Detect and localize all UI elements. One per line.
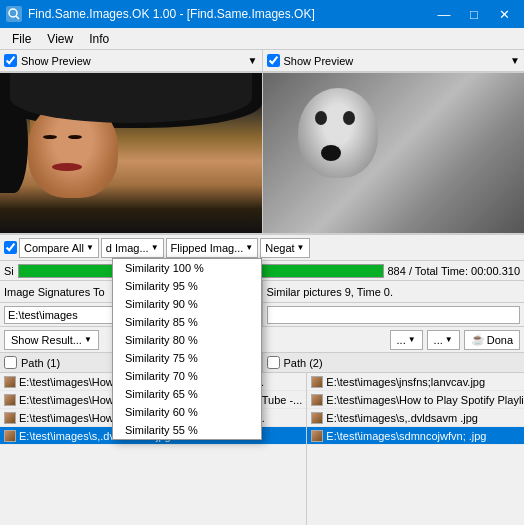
similarity-60[interactable]: Similarity 60 % (113, 403, 261, 421)
flipped-images-caret: ▼ (245, 243, 253, 252)
show-results-label: Show Result... (11, 334, 82, 346)
right-preview-panel: Show Preview ▼ (263, 50, 525, 234)
folder-right (263, 303, 525, 326)
similarity-55[interactable]: Similarity 55 % (113, 421, 261, 439)
info-row: Image Signatures To Similar pictures 9, … (0, 281, 524, 303)
file-icon-2b (311, 394, 323, 406)
col2-header: Path (2) (263, 353, 525, 372)
left-preview-checkbox[interactable] (4, 54, 17, 67)
right-action-group: ... ▼ ... ▼ ☕ Dona (390, 330, 520, 350)
list-item[interactable]: E:\test\images\How to Play Spotify Playl… (307, 391, 524, 409)
show-results-button[interactable]: Show Result... ▼ (4, 330, 99, 350)
left-preview-header: Show Preview ▼ (0, 50, 262, 72)
similarity-85[interactable]: Similarity 85 % (113, 313, 261, 331)
negative-images-label: Negat (265, 242, 294, 254)
right-preview-checkbox[interactable] (267, 54, 280, 67)
title-bar: Find.Same.Images.OK 1.00 - [Find.Same.Im… (0, 0, 524, 28)
col1-checkbox[interactable] (4, 356, 17, 369)
right-preview-dropdown-icon[interactable]: ▼ (510, 55, 520, 66)
preview-area: Show Preview ▼ (0, 50, 524, 235)
right-ellipsis-btn[interactable]: ... ▼ (427, 330, 460, 350)
col2-checkbox[interactable] (267, 356, 280, 369)
menu-bar: File View Info (0, 28, 524, 50)
similarity-65[interactable]: Similarity 65 % (113, 385, 261, 403)
file-icon-4a (4, 430, 16, 442)
compare-all-caret: ▼ (86, 243, 94, 252)
list-item[interactable]: E:\test\images\jnsfns;lanvcav.jpg (307, 373, 524, 391)
compare-all-checkbox[interactable] (4, 241, 17, 254)
path-1b: E:\test\images\jnsfns;lanvcav.jpg (326, 376, 485, 388)
left-ellipsis-label: ... (397, 334, 406, 346)
right-ellipsis-label: ... (434, 334, 443, 346)
find-images-caret: ▼ (151, 243, 159, 252)
menu-view[interactable]: View (39, 30, 81, 48)
file-icon-1a (4, 376, 16, 388)
flipped-images-label: Flipped Imag... (171, 242, 244, 254)
menu-file[interactable]: File (4, 30, 39, 48)
action-row: Show Result... ▼ ... ▼ ... ▼ ☕ Dona (0, 327, 524, 353)
folder-row (0, 303, 524, 327)
similarity-95[interactable]: Similarity 95 % (113, 277, 261, 295)
similarity-90[interactable]: Similarity 90 % (113, 295, 261, 313)
results-header: Path (1) Path (2) (0, 353, 524, 373)
left-preview-image (0, 72, 262, 234)
file-icon-3b (311, 412, 323, 424)
info-right-label: Similar pictures 9, Time 0. (267, 286, 394, 298)
svg-point-0 (9, 9, 17, 17)
donate-icon: ☕ (471, 333, 485, 346)
svg-line-1 (16, 16, 19, 19)
right-preview-label: Show Preview (284, 55, 511, 67)
show-results-caret: ▼ (84, 335, 92, 344)
list-item-selected[interactable]: E:\test\images\sdmncojwfvn; .jpg (307, 427, 524, 445)
status-right: 884 / Total Time: 00:00.310 (388, 265, 521, 277)
find-images-dropdown[interactable]: d Imag... ▼ (101, 238, 164, 258)
file-icon-4b (311, 430, 323, 442)
similarity-dropdown: Similarity 100 % Similarity 95 % Similar… (112, 258, 262, 440)
left-ellipsis-btn[interactable]: ... ▼ (390, 330, 423, 350)
similarity-100[interactable]: Similarity 100 % (113, 259, 261, 277)
left-preview-label: Show Preview (21, 55, 248, 67)
ghost-image (263, 73, 525, 233)
menu-info[interactable]: Info (81, 30, 117, 48)
find-images-label: d Imag... (106, 242, 149, 254)
results-list: E:\test\images\How to Download Uber Invo… (0, 373, 524, 525)
results-col-2: E:\test\images\jnsfns;lanvcav.jpg E:\tes… (307, 373, 524, 525)
left-preview-panel: Show Preview ▼ (0, 50, 263, 234)
col1-header-label: Path (1) (21, 357, 60, 369)
status-si: Si (4, 265, 14, 277)
right-ellipsis-caret: ▼ (445, 335, 453, 344)
negative-images-dropdown[interactable]: Negat ▼ (260, 238, 309, 258)
compare-all-label: Compare All (24, 242, 84, 254)
similarity-70[interactable]: Similarity 70 % (113, 367, 261, 385)
status-row: Si 884 / Total Time: 00:00.310 (0, 261, 524, 281)
file-icon-1b (311, 376, 323, 388)
donate-label: Dona (487, 334, 513, 346)
close-button[interactable]: ✕ (490, 4, 518, 24)
file-icon-3a (4, 412, 16, 424)
flipped-images-dropdown[interactable]: Flipped Imag... ▼ (166, 238, 259, 258)
maximize-button[interactable]: □ (460, 4, 488, 24)
right-preview-image (263, 72, 525, 234)
col2-header-label: Path (2) (284, 357, 323, 369)
donate-button[interactable]: ☕ Dona (464, 330, 520, 350)
info-right: Similar pictures 9, Time 0. (263, 281, 525, 302)
similarity-75[interactable]: Similarity 75 % (113, 349, 261, 367)
window-controls: — □ ✕ (430, 4, 518, 24)
results-section: Path (1) Path (2) E:\test\images\How to … (0, 353, 524, 525)
negative-images-caret: ▼ (297, 243, 305, 252)
compare-all-dropdown[interactable]: Compare All ▼ (19, 238, 99, 258)
file-icon-2a (4, 394, 16, 406)
similarity-80[interactable]: Similarity 80 % (113, 331, 261, 349)
left-ellipsis-caret: ▼ (408, 335, 416, 344)
woman-image (0, 73, 262, 233)
list-item[interactable]: E:\test\images\s,.dvldsavm .jpg (307, 409, 524, 427)
folder-path-2[interactable] (267, 306, 521, 324)
app-icon (6, 6, 22, 22)
path-4b: E:\test\images\sdmncojwfvn; .jpg (326, 430, 486, 442)
right-preview-header: Show Preview ▼ (263, 50, 525, 72)
path-2b: E:\test\images\How to Play Spotify Playl… (326, 394, 524, 406)
left-preview-dropdown-icon[interactable]: ▼ (248, 55, 258, 66)
minimize-button[interactable]: — (430, 4, 458, 24)
app-title: Find.Same.Images.OK 1.00 - [Find.Same.Im… (28, 7, 315, 21)
controls-row: Compare All ▼ d Imag... ▼ Flipped Imag..… (0, 235, 524, 261)
